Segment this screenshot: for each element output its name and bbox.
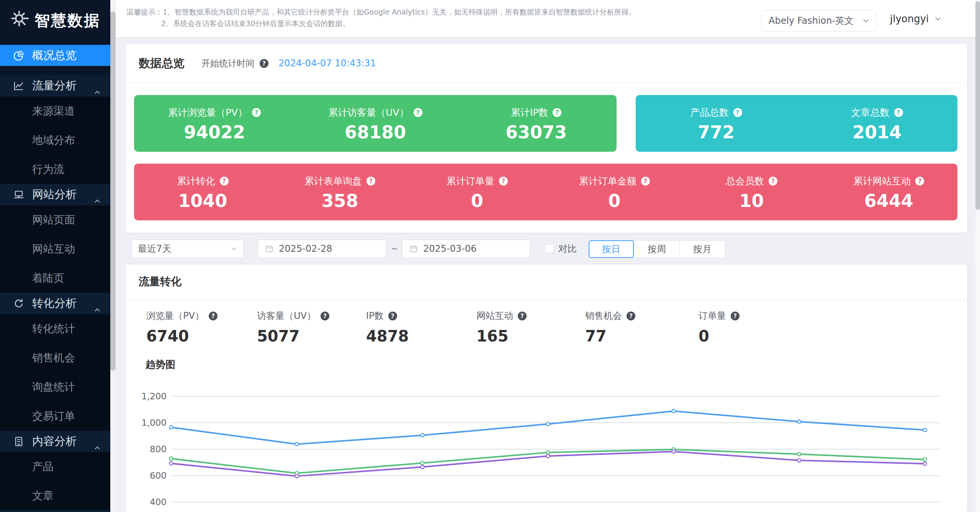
notice-line-1: 温馨提示：1、智慧数据系统为我司自研产品，和其它统计分析类平台（如Google … bbox=[126, 6, 636, 18]
help-icon[interactable]: ? bbox=[499, 177, 508, 185]
stat-label: 文章总数 bbox=[851, 106, 890, 119]
refresh-icon bbox=[13, 298, 25, 309]
user-menu[interactable]: jlyongyi bbox=[890, 0, 941, 37]
y-axis-tick: 1,000 bbox=[141, 418, 167, 428]
help-icon[interactable]: ? bbox=[209, 312, 218, 320]
site-selector[interactable]: Abely Fashion-英文 bbox=[761, 10, 876, 31]
chevron-down-icon bbox=[935, 17, 941, 21]
help-icon[interactable]: ? bbox=[915, 177, 924, 185]
help-icon[interactable]: ? bbox=[641, 177, 650, 185]
data-point-series-green[interactable] bbox=[798, 453, 801, 456]
sidebar-subitem-行为流[interactable]: 行为流 bbox=[0, 155, 110, 184]
overview-card: 数据总览 开始统计时间 ? 2024-04-07 10:43:31 累计浏览量（… bbox=[126, 44, 967, 233]
submenu-转化分析: 转化统计销售机会询盘统计交易订单 bbox=[0, 314, 110, 431]
data-point-series-purple[interactable] bbox=[672, 450, 676, 453]
sidebar-subitem-网站页面[interactable]: 网站页面 bbox=[0, 205, 110, 235]
sidebar-subitem-销售机会[interactable]: 销售机会 bbox=[0, 343, 110, 373]
data-point-series-blue[interactable] bbox=[170, 426, 173, 429]
help-icon[interactable]: ? bbox=[731, 312, 739, 320]
sidebar-subitem-着陆页[interactable]: 着陆页 bbox=[0, 264, 110, 293]
submenu-流量分析: 来源渠道地域分布行为流 bbox=[0, 97, 110, 184]
data-point-series-green[interactable] bbox=[170, 457, 173, 460]
help-icon[interactable]: ? bbox=[220, 177, 229, 185]
stat-value: 772 bbox=[698, 123, 735, 141]
stat-item: 累计表单询盘?358 bbox=[271, 164, 408, 220]
help-icon[interactable]: ? bbox=[260, 59, 268, 68]
data-point-series-blue[interactable] bbox=[295, 442, 299, 446]
submenu-内容分析: 产品文章 bbox=[0, 452, 110, 510]
data-point-series-purple[interactable] bbox=[170, 462, 173, 465]
date-range-select[interactable]: 最近7天 bbox=[131, 240, 244, 258]
help-icon[interactable]: ? bbox=[366, 177, 375, 185]
sidebar-subitem-询盘统计[interactable]: 询盘统计 bbox=[0, 373, 110, 402]
calendar-icon bbox=[409, 245, 418, 253]
logo-sun-icon bbox=[9, 10, 31, 31]
sidebar-logo[interactable]: 智慧数据 bbox=[0, 0, 110, 41]
sidebar-subitem-地域分布[interactable]: 地域分布 bbox=[0, 126, 110, 155]
data-point-series-green[interactable] bbox=[421, 461, 424, 465]
data-point-series-purple[interactable] bbox=[295, 474, 299, 478]
sidebar-item-流量分析[interactable]: 流量分析 bbox=[0, 75, 110, 97]
overview-title: 数据总览 bbox=[139, 56, 185, 71]
help-icon[interactable]: ? bbox=[388, 312, 397, 320]
page-scrollbar-thumb[interactable] bbox=[975, 1, 980, 210]
sidebar-item-转化分析[interactable]: 转化分析 bbox=[0, 293, 110, 314]
help-icon[interactable]: ? bbox=[321, 312, 329, 320]
sidebar-item-概况总览[interactable]: 概况总览 bbox=[0, 45, 110, 66]
document-icon bbox=[13, 436, 25, 447]
granularity-按周-button[interactable]: 按周 bbox=[634, 241, 680, 258]
start-date-input[interactable]: 2025-02-28 bbox=[258, 240, 386, 258]
help-icon[interactable]: ? bbox=[733, 108, 742, 117]
help-icon[interactable]: ? bbox=[518, 312, 527, 320]
laptop-icon bbox=[13, 189, 25, 200]
data-point-series-purple[interactable] bbox=[421, 465, 424, 469]
start-time-value[interactable]: 2024-04-07 10:43:31 bbox=[278, 58, 376, 69]
data-point-series-green[interactable] bbox=[923, 458, 927, 461]
sidebar-item-网站分析[interactable]: 网站分析 bbox=[0, 184, 110, 205]
data-point-series-blue[interactable] bbox=[546, 422, 550, 426]
data-point-series-purple[interactable] bbox=[798, 459, 801, 462]
help-icon[interactable]: ? bbox=[627, 312, 635, 320]
help-icon[interactable]: ? bbox=[769, 177, 777, 185]
data-point-series-blue[interactable] bbox=[798, 420, 801, 423]
metric-value: 6740 bbox=[146, 327, 218, 345]
compare-checkbox[interactable] bbox=[545, 244, 554, 253]
y-axis-tick: 600 bbox=[150, 471, 167, 481]
sidebar-subitem-转化统计[interactable]: 转化统计 bbox=[0, 314, 110, 343]
chevron-up-icon bbox=[94, 302, 100, 315]
help-icon[interactable]: ? bbox=[414, 108, 422, 117]
sidebar-subitem-产品[interactable]: 产品 bbox=[0, 452, 110, 481]
stat-label: 总会员数 bbox=[726, 175, 764, 187]
sidebar-scrollbar-thumb[interactable] bbox=[110, 11, 116, 371]
data-point-series-purple[interactable] bbox=[546, 454, 550, 458]
page-scrollbar[interactable] bbox=[975, 0, 980, 512]
sidebar-subitem-交易订单[interactable]: 交易订单 bbox=[0, 402, 110, 431]
help-icon[interactable]: ? bbox=[252, 108, 261, 117]
chevron-up-icon bbox=[94, 193, 100, 206]
data-point-series-blue[interactable] bbox=[923, 428, 927, 432]
start-date-value: 2025-02-28 bbox=[279, 243, 332, 254]
help-icon[interactable]: ? bbox=[553, 108, 561, 117]
data-point-series-purple[interactable] bbox=[923, 462, 927, 465]
end-date-value: 2025-03-06 bbox=[423, 243, 476, 254]
sidebar-subitem-文章[interactable]: 文章 bbox=[0, 481, 110, 510]
end-date-input[interactable]: 2025-03-06 bbox=[402, 240, 530, 258]
stat-value: 63073 bbox=[506, 123, 567, 141]
data-point-series-green[interactable] bbox=[546, 451, 550, 454]
stat-item: 文章总数?2014 bbox=[797, 95, 957, 152]
chevron-up-icon bbox=[94, 440, 100, 453]
metric-网站互动: 网站互动?165 bbox=[476, 310, 527, 345]
stat-label: 累计转化 bbox=[177, 175, 215, 187]
stat-label: 累计订单量 bbox=[447, 175, 494, 187]
stat-label: 累计访客量（UV） bbox=[328, 106, 409, 119]
granularity-按日-button[interactable]: 按日 bbox=[589, 240, 634, 258]
metric-label: 浏览量（PV） bbox=[146, 310, 204, 322]
chevron-up-icon bbox=[94, 84, 100, 97]
data-point-series-blue[interactable] bbox=[421, 433, 424, 437]
sidebar-item-内容分析[interactable]: 内容分析 bbox=[0, 431, 110, 452]
data-point-series-blue[interactable] bbox=[672, 409, 676, 413]
metric-label: IP数 bbox=[366, 310, 384, 322]
sidebar-subitem-来源渠道[interactable]: 来源渠道 bbox=[0, 97, 110, 126]
help-icon[interactable]: ? bbox=[894, 108, 903, 117]
granularity-按月-button[interactable]: 按月 bbox=[680, 241, 725, 258]
